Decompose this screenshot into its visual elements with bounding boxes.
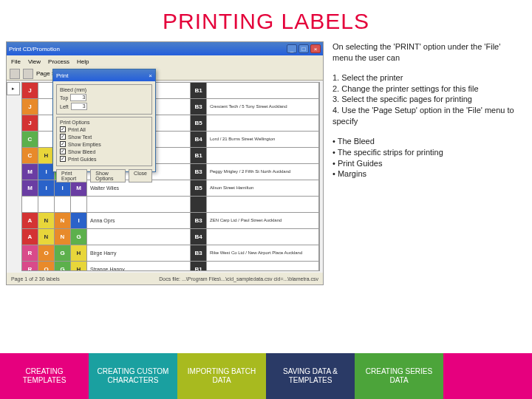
bottom-nav: CREATING TEMPLATES CREATING CUSTOM CHARA… [0,353,532,399]
label-cell: N [55,229,71,245]
window-controls: _ □ × [287,44,321,53]
tag-cell: B3 [191,164,207,180]
top-input[interactable]: 3 [70,94,86,101]
nav-creating-custom-characters[interactable]: CREATING CUSTOM CHARACTERS [89,353,177,399]
label-cell [55,197,71,212]
bullet-list: • The Bleed • The specific strips for pr… [332,136,519,180]
tag-cell: B1 [191,83,207,98]
close-button[interactable]: × [310,44,321,53]
top-label: Top [60,95,68,100]
nav-creating-series-data[interactable]: CREATING SERIES DATA [355,353,443,399]
status-right: Docs file: ...\Program Files\...\cid_sam… [159,276,318,282]
address-cell: Lord / 21 Burns Street Wellington [207,132,319,147]
opt-label: Show Bleed [68,149,95,154]
window-title: Print CD/Promotion [9,46,60,52]
status-left: Page 1 of 2 36 labels [11,276,60,282]
tag-cell: B1 [191,148,207,163]
address-cell [207,83,319,98]
maximize-button[interactable]: □ [299,44,309,53]
label-cell: N [55,213,71,228]
opt-label: Show Empties [68,142,101,147]
name-cell [87,197,191,212]
content-row: Print CD/Promotion _ □ × File View Proce… [0,41,532,285]
checkbox[interactable] [60,134,66,140]
checkbox[interactable] [60,126,66,132]
dialog-close-button[interactable]: Close [129,169,152,183]
toolbar-icon[interactable] [10,69,20,79]
name-cell: Strange Happy [87,262,191,271]
tag-cell: B4 [191,229,207,245]
address-cell: Crescent Tech / 5 Tony Street Auckland [207,99,319,115]
checkbox[interactable] [60,156,66,162]
opt-label: Print All [68,127,86,132]
numbered-list: 1. Select the printer 2. Change the prin… [332,72,519,127]
address-cell [207,229,319,245]
label-cell: M [22,180,38,196]
label-cell: H [71,245,87,261]
table-row: ANNIAnna OprsB3ZEN Carp Ltd / Paul Stree… [22,213,319,229]
table-row: ROGHStrange HappyB1 [22,262,319,271]
show-options-button[interactable]: Show Options [90,169,126,183]
status-bar: Page 1 of 2 36 labels Docs file: ...\Pro… [7,273,323,284]
options-heading: Print Options [60,120,149,125]
tag-cell: B4 [191,132,207,147]
menu-view[interactable]: View [28,58,41,65]
nav-importing-batch-data[interactable]: IMPORTING BATCH DATA [177,353,266,399]
tag-cell: B3 [191,213,207,228]
label-cell: G [71,229,87,245]
tag-cell: B3 [191,245,207,261]
bleed-section: Bleed (mm) Top 3 Left 3 [56,84,152,115]
address-cell [207,262,319,271]
bleed-heading: Bleed (mm) [60,87,149,92]
address-cell: Peggy Mrigley / 2 Fifth St North Aucklan… [207,164,319,180]
label-cell: O [38,262,55,271]
address-cell: Rike West Co Ltd / New Airport Place Auc… [207,245,319,261]
label-cell: J [22,99,38,115]
tag-cell: B3 [191,99,207,115]
opt-label: Print Guides [68,157,97,162]
print-export-button[interactable]: Print Export [56,169,87,183]
window-titlebar: Print CD/Promotion _ □ × [7,42,323,55]
tag-cell [191,197,207,212]
label-cell [38,197,55,212]
intro-text: On selecting the 'PRINT' option under th… [332,41,519,64]
label-cell: H [71,262,87,271]
name-cell [87,229,191,245]
address-cell: ZEN Carp Ltd / Paul Street Auckland [207,213,319,228]
label-cell: I [38,180,55,196]
label-cell: O [38,245,55,261]
address-cell: Alison Street Hamilton [207,180,319,196]
print-dialog: Print × Bleed (mm) Top 3 Left 3 Print O [52,69,156,172]
checkbox[interactable] [60,149,66,154]
label-cell: J [22,115,38,131]
menu-help[interactable]: Help [77,58,89,65]
label-cell: C [22,148,38,163]
label-cell: R [22,262,38,271]
label-cell: A [22,229,38,245]
tag-cell: B5 [191,180,207,196]
minimize-button[interactable]: _ [287,44,297,53]
label-cell [22,197,38,212]
name-cell: Anna Oprs [87,213,191,228]
dialog-close-icon[interactable]: × [149,72,152,79]
address-cell [207,115,319,131]
nav-saving-data-templates[interactable]: SAVING DATA & TEMPLATES [266,353,355,399]
label-cell: A [22,213,38,228]
table-row [22,197,319,213]
nav-creating-templates[interactable]: CREATING TEMPLATES [0,353,89,399]
menu-file[interactable]: File [11,58,21,65]
label-cell: G [55,262,71,271]
label-cell: I [71,213,87,228]
checkbox[interactable] [60,141,66,147]
opt-label: Show Text [68,134,92,140]
dialog-titlebar: Print × [53,69,155,81]
label-cell: J [22,83,38,98]
label-cell: N [38,213,55,228]
layered-tab[interactable]: ▸ [7,82,20,95]
toolbar-icon[interactable] [23,69,33,79]
left-input[interactable]: 3 [71,103,87,110]
address-cell [207,197,319,212]
page-title: PRINTING LABELS [0,0,532,41]
table-row: ANNGB4 [22,229,319,245]
menu-process[interactable]: Process [48,58,69,65]
